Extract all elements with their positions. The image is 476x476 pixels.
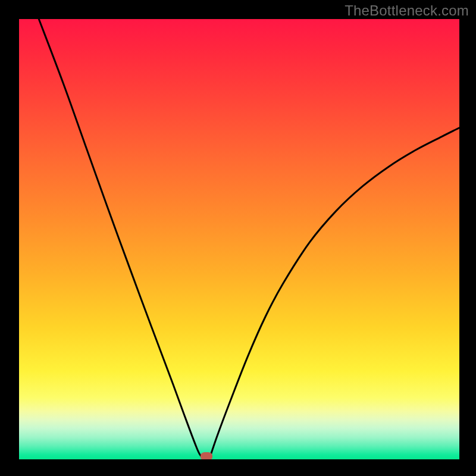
plot-area (19, 19, 459, 459)
chart-frame: TheBottleneck.com (0, 0, 476, 476)
minimum-marker (201, 452, 212, 459)
watermark-text: TheBottleneck.com (345, 2, 469, 19)
curve-right-branch (209, 128, 459, 459)
bottleneck-curve (19, 19, 459, 459)
curve-left-branch (39, 19, 204, 459)
